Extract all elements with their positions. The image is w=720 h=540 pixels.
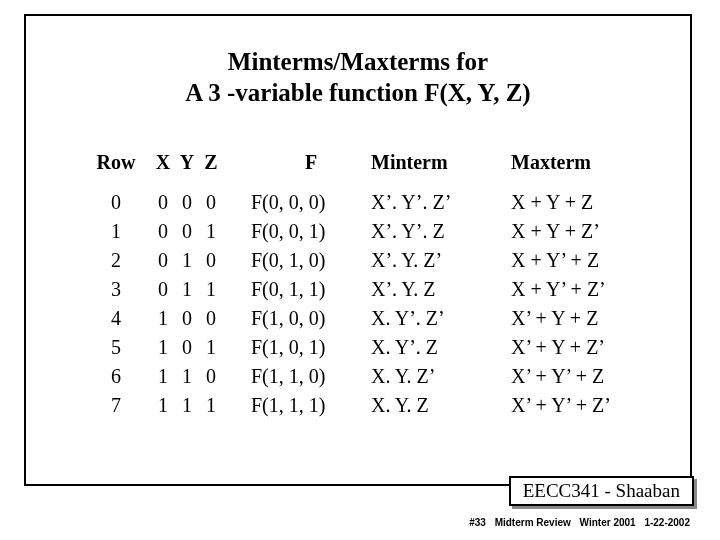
table-row: 7111F(1, 1, 1)X. Y. ZX’ + Y’ + Z’ (81, 391, 691, 420)
cell-minterm: X’. Y. Z’ (371, 246, 511, 275)
cell-minterm: X. Y’. Z (371, 333, 511, 362)
cell-y: 0 (175, 188, 199, 217)
cell-x: 1 (151, 362, 175, 391)
cell-row: 6 (81, 362, 151, 391)
slide-title: Minterms/Maxterms for A 3 -variable func… (26, 46, 690, 109)
cell-x: 0 (151, 188, 175, 217)
cell-z: 1 (199, 217, 223, 246)
cell-minterm: X’. Y. Z (371, 275, 511, 304)
cell-y: 0 (175, 333, 199, 362)
cell-f: F(0, 1, 0) (251, 246, 371, 275)
cell-row: 4 (81, 304, 151, 333)
cell-z: 1 (199, 275, 223, 304)
cell-row: 7 (81, 391, 151, 420)
table-header: Row X Y Z F Minterm Maxterm (81, 151, 691, 174)
hdr-minterm: Minterm (371, 151, 511, 174)
cell-y: 1 (175, 246, 199, 275)
cell-y: 1 (175, 391, 199, 420)
footer-date: 1-22-2002 (644, 517, 690, 528)
cell-row: 1 (81, 217, 151, 246)
title-line-2: A 3 -variable function F(X, Y, Z) (185, 79, 530, 106)
table-row: 3011F(0, 1, 1)X’. Y. ZX + Y’ + Z’ (81, 275, 691, 304)
cell-minterm: X. Y’. Z’ (371, 304, 511, 333)
cell-minterm: X. Y. Z’ (371, 362, 511, 391)
cell-f: F(0, 0, 0) (251, 188, 371, 217)
table-row: 1001F(0, 0, 1)X’. Y’. ZX + Y + Z’ (81, 217, 691, 246)
cell-f: F(1, 1, 1) (251, 391, 371, 420)
truth-table: Row X Y Z F Minterm Maxterm 0000F(0, 0, … (81, 151, 691, 420)
cell-maxterm: X’ + Y + Z’ (511, 333, 681, 362)
course-badge: EECC341 - Shaaban (509, 476, 694, 506)
hdr-x: X (151, 151, 175, 174)
table-row: 2010F(0, 1, 0)X’. Y. Z’X + Y’ + Z (81, 246, 691, 275)
footer-center: Midterm Review (495, 517, 571, 528)
cell-f: F(0, 0, 1) (251, 217, 371, 246)
cell-z: 0 (199, 362, 223, 391)
cell-minterm: X. Y. Z (371, 391, 511, 420)
cell-maxterm: X’ + Y’ + Z (511, 362, 681, 391)
cell-row: 3 (81, 275, 151, 304)
cell-z: 0 (199, 246, 223, 275)
hdr-z: Z (199, 151, 223, 174)
table-row: 5101F(1, 0, 1)X. Y’. ZX’ + Y + Z’ (81, 333, 691, 362)
cell-maxterm: X + Y + Z (511, 188, 681, 217)
slide-footer: #33 Midterm Review Winter 2001 1-22-2002 (463, 517, 690, 528)
cell-y: 1 (175, 362, 199, 391)
cell-x: 0 (151, 275, 175, 304)
cell-row: 0 (81, 188, 151, 217)
table-row: 6110F(1, 1, 0)X. Y. Z’X’ + Y’ + Z (81, 362, 691, 391)
cell-f: F(1, 0, 1) (251, 333, 371, 362)
cell-minterm: X’. Y’. Z’ (371, 188, 511, 217)
cell-y: 0 (175, 217, 199, 246)
cell-x: 1 (151, 391, 175, 420)
cell-maxterm: X + Y + Z’ (511, 217, 681, 246)
hdr-y: Y (175, 151, 199, 174)
table-row: 4100F(1, 0, 0)X. Y’. Z’X’ + Y + Z (81, 304, 691, 333)
footer-slide-no: #33 (469, 517, 486, 528)
cell-z: 0 (199, 188, 223, 217)
cell-y: 1 (175, 275, 199, 304)
title-line-1: Minterms/Maxterms for (228, 48, 488, 75)
slide-frame: Minterms/Maxterms for A 3 -variable func… (24, 14, 692, 486)
cell-row: 2 (81, 246, 151, 275)
table-row: 0000F(0, 0, 0)X’. Y’. Z’X + Y + Z (81, 188, 691, 217)
cell-maxterm: X + Y’ + Z (511, 246, 681, 275)
cell-z: 0 (199, 304, 223, 333)
table-body: 0000F(0, 0, 0)X’. Y’. Z’X + Y + Z1001F(0… (81, 188, 691, 420)
cell-maxterm: X’ + Y + Z (511, 304, 681, 333)
cell-maxterm: X’ + Y’ + Z’ (511, 391, 681, 420)
cell-f: F(0, 1, 1) (251, 275, 371, 304)
cell-maxterm: X + Y’ + Z’ (511, 275, 681, 304)
cell-z: 1 (199, 391, 223, 420)
cell-z: 1 (199, 333, 223, 362)
cell-x: 0 (151, 217, 175, 246)
cell-x: 0 (151, 246, 175, 275)
cell-x: 1 (151, 304, 175, 333)
hdr-f: F (251, 151, 371, 174)
cell-f: F(1, 1, 0) (251, 362, 371, 391)
cell-row: 5 (81, 333, 151, 362)
cell-y: 0 (175, 304, 199, 333)
cell-f: F(1, 0, 0) (251, 304, 371, 333)
cell-minterm: X’. Y’. Z (371, 217, 511, 246)
hdr-row: Row (81, 151, 151, 174)
hdr-maxterm: Maxterm (511, 151, 681, 174)
footer-term: Winter 2001 (580, 517, 636, 528)
cell-x: 1 (151, 333, 175, 362)
